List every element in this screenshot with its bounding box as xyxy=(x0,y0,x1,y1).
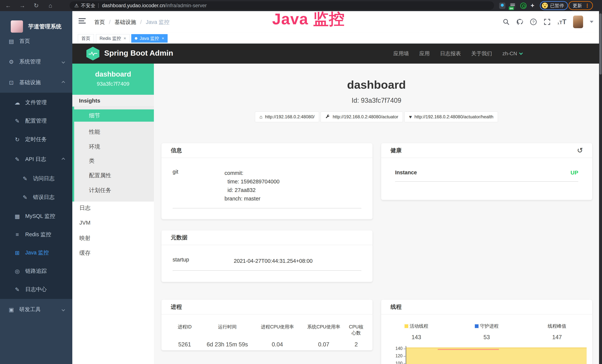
help-icon[interactable]: ? xyxy=(530,18,537,25)
browser-update-button[interactable]: 更新 ⋮ xyxy=(569,1,593,10)
scrollbar-thumb[interactable] xyxy=(599,13,602,75)
health-url-button[interactable]: ♥ http://192.168.0.2:48080/actuator/heal… xyxy=(404,111,498,122)
daemon-threads-swatch xyxy=(475,324,479,328)
security-warning-icon[interactable]: ⚠ xyxy=(74,3,79,9)
wrench-icon xyxy=(325,114,330,119)
app-logo-image xyxy=(11,20,23,33)
sidebar-item-java-monitor[interactable]: ⊞ Java 监控 xyxy=(0,244,72,261)
instance-title: dashboard xyxy=(154,78,599,91)
toolbox-icon: ▣ xyxy=(8,306,14,313)
font-size-icon[interactable]: ₁TT xyxy=(557,18,566,26)
threads-legend: 活动线程 守护进程 线程峰值 xyxy=(381,323,592,329)
process-cpu: 0.04 xyxy=(254,341,301,348)
page-root: ← → ↻ ⌂ ⚠ 不安全 dashboard.yudao.iocoder.cn… xyxy=(0,0,602,364)
threads-chart: 140 120 100 xyxy=(381,346,592,364)
tab-java-monitor[interactable]: Java 监控× xyxy=(131,34,168,43)
security-label: 不安全 xyxy=(81,2,95,9)
eye-icon: ◎ xyxy=(14,268,20,274)
sidebar-item-tracing[interactable]: ◎ 链路追踪 xyxy=(0,263,72,279)
page-url[interactable]: dashboard.yudao.iocoder.cn/infra/admin-s… xyxy=(102,3,206,9)
sba-nav-wallboard[interactable]: 应用墙 xyxy=(393,50,409,57)
browser-menu-icon[interactable]: ⋮ xyxy=(585,3,590,9)
access-log-icon: ✎ xyxy=(22,175,28,182)
avatar-caret-icon[interactable] xyxy=(590,21,593,23)
tab-redis-monitor[interactable]: Redis 监控× xyxy=(96,34,129,43)
sba-language-selector[interactable]: zh-CN xyxy=(502,51,522,57)
menu-item-logs[interactable]: 日志 xyxy=(72,202,154,214)
hamburger-icon[interactable] xyxy=(79,18,86,25)
chevron-down-icon xyxy=(62,308,65,311)
java-monitor-icon: ⊞ xyxy=(14,250,20,256)
chevron-up-icon xyxy=(62,158,65,161)
search-icon[interactable] xyxy=(503,19,509,25)
menu-item-caches[interactable]: 缓存 xyxy=(72,247,154,259)
extension-search-icon[interactable] xyxy=(520,3,527,9)
info-card: 信息 git commit: time: 1596289704000 id: 2… xyxy=(161,143,373,219)
sidebar-item-api-log[interactable]: ✎ API 日志 xyxy=(0,151,72,168)
error-log-icon: ✎ xyxy=(22,194,28,201)
close-icon[interactable]: × xyxy=(162,36,164,41)
browser-forward-icon[interactable]: → xyxy=(19,1,25,10)
gear-icon: ⚙ xyxy=(8,59,14,65)
browser-back-icon[interactable]: ← xyxy=(5,1,11,10)
browser-home-icon[interactable]: ⌂ xyxy=(49,1,52,10)
sidebar-item-mysql[interactable]: ▦ MySQL 监控 xyxy=(0,208,72,225)
legend-active-threads: 活动线程 xyxy=(381,323,452,329)
extension-icon[interactable] xyxy=(499,3,505,9)
peak-line xyxy=(438,349,499,350)
instance-header[interactable]: dashboard 93a3fc7f7409 xyxy=(72,64,154,95)
breadcrumb-home[interactable]: 首页 xyxy=(94,19,105,25)
service-url-button[interactable]: ⌂ http://192.168.0.2:48080/ xyxy=(255,111,319,122)
topbar-icons: ? ₁TT xyxy=(503,11,593,32)
sidebar-item-error-log[interactable]: ✎ 错误日志 xyxy=(0,189,72,206)
legend-peak-threads: 线程峰值 xyxy=(522,323,592,329)
peak-threads-value: 147 xyxy=(522,334,592,341)
extensions-puzzle-icon[interactable]: + xyxy=(531,2,534,9)
table-icon: ▦ xyxy=(14,213,20,220)
tags-view-bar: 首页 Redis 监控× Java 监控× xyxy=(72,32,602,43)
menu-item-scheduled-tasks[interactable]: 计划任务 xyxy=(74,184,154,196)
sidebar-item-jobs[interactable]: ↻ 定时任务 xyxy=(0,131,72,148)
sidebar-item-dev-tools[interactable]: ▣ 研发工具 xyxy=(0,301,72,318)
sidebar-item-log-center[interactable]: ✎ 日志中心 xyxy=(0,281,72,298)
close-icon[interactable]: × xyxy=(124,36,126,41)
menu-item-jvm[interactable]: JVM xyxy=(72,217,154,229)
actuator-url-button[interactable]: http://192.168.0.2:48080/actuator xyxy=(321,111,403,122)
fullscreen-icon[interactable] xyxy=(544,18,551,25)
health-instance-row[interactable]: Instance UP xyxy=(381,170,592,176)
menu-item-config-props[interactable]: 配置属性 xyxy=(74,169,154,182)
user-avatar[interactable] xyxy=(573,16,583,28)
browser-reload-icon[interactable]: ↻ xyxy=(34,1,39,10)
sidebar-item-redis[interactable]: ≡ Redis 监控 xyxy=(0,226,72,243)
menu-item-environment[interactable]: 环境 xyxy=(74,140,154,153)
menu-item-classes[interactable]: 类 xyxy=(74,155,154,167)
history-icon[interactable]: ↺ xyxy=(577,146,583,154)
spring-boot-admin-header: Spring Boot Admin 应用墙 应用 日志报表 关于我们 zh-CN xyxy=(72,43,602,64)
legend-daemon-threads: 守护进程 xyxy=(452,323,522,329)
app-sidebar: 芋道管理系统 ▤ 首页 ⚙ 系统管理 ⊡ 基础设施 ☁ 文件管理 ✎ 配置管理 … xyxy=(0,11,72,364)
sidebar-item-files[interactable]: ☁ 文件管理 xyxy=(0,94,72,111)
sba-nav-applications[interactable]: 应用 xyxy=(419,50,430,57)
sidebar-item-access-log[interactable]: ✎ 访问日志 xyxy=(0,170,72,187)
sba-nav-journal[interactable]: 日志报表 xyxy=(440,50,461,57)
menu-item-mappings[interactable]: 映射 xyxy=(72,232,154,244)
health-key: Instance xyxy=(395,170,417,176)
sba-nav-about[interactable]: 关于我们 xyxy=(471,50,492,57)
sidebar-item-system[interactable]: ⚙ 系统管理 xyxy=(0,54,72,70)
sidebar-item-infra[interactable]: ⊡ 基础设施 xyxy=(0,74,72,91)
sidebar-item-config[interactable]: ✎ 配置管理 xyxy=(0,113,72,129)
page-scrollbar[interactable] xyxy=(599,11,602,364)
profile-paused-badge[interactable]: 已暂停 xyxy=(540,1,568,10)
sba-nav: 应用墙 应用 日志报表 关于我们 zh-CN xyxy=(393,43,522,64)
dashboard-icon: ▤ xyxy=(8,38,14,44)
breadcrumb-infra[interactable]: 基础设施 xyxy=(115,19,136,25)
github-icon[interactable] xyxy=(516,18,523,25)
sidebar-item-home[interactable]: ▤ 首页 xyxy=(0,33,72,50)
menu-item-metrics[interactable]: 性能 xyxy=(74,126,154,138)
extension-list-icon[interactable]: on xyxy=(509,3,516,9)
sba-content: dashboard Id: 93a3fc7f7409 ⌂ http://192.… xyxy=(154,64,599,364)
menu-item-details[interactable]: 细节 xyxy=(74,109,154,122)
sba-instance-sidebar: dashboard 93a3fc7f7409 Insights 细节 性能 环境… xyxy=(72,64,154,364)
insights-menu: 细节 性能 环境 类 配置属性 计划任务 xyxy=(72,107,154,202)
tab-home[interactable]: 首页 xyxy=(78,34,94,43)
